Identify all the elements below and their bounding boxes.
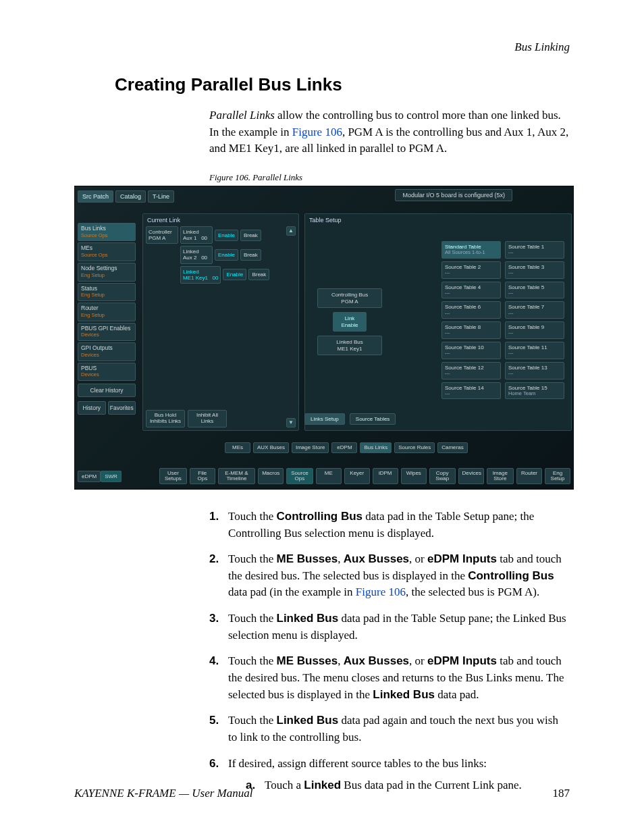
source-table-cell[interactable]: Source Table 3---: [505, 261, 564, 279]
break-button[interactable]: Break: [248, 269, 269, 280]
scroll-up-icon[interactable]: ▲: [286, 226, 296, 236]
source-table-cell[interactable]: Source Table 12---: [441, 362, 501, 380]
bottom-menu-button[interactable]: Router: [516, 468, 542, 485]
step: 2.Touch the ME Busses, Aux Busses, or eD…: [209, 551, 570, 601]
source-table-cell[interactable]: Source Table 7---: [505, 301, 564, 319]
source-table-cell[interactable]: Source Table 5---: [505, 282, 564, 299]
topbar-tab[interactable]: Catalog: [115, 190, 146, 203]
source-table-cell[interactable]: Standard TableAll Sources 1-to-1: [441, 241, 501, 259]
section-title: Creating Parallel Bus Links: [115, 74, 570, 95]
controller-datapad[interactable]: ControllerPGM A: [146, 226, 178, 244]
enable-button[interactable]: Enable: [223, 269, 246, 280]
inhibit-all-links-button[interactable]: Inhibit All Links: [188, 410, 227, 427]
bottom-menu-button[interactable]: iDPM: [373, 468, 398, 485]
source-table-cell[interactable]: Source Table 6---: [441, 301, 501, 319]
source-table-cell[interactable]: Source Table 8---: [441, 321, 501, 339]
sidebar-item[interactable]: Node SettingsEng Setup: [78, 263, 136, 282]
table-setup-tab[interactable]: Links Setup: [304, 413, 345, 425]
linked-datapad[interactable]: LinkedAux 1 00: [180, 226, 213, 244]
menu-tab[interactable]: MEs: [225, 442, 250, 453]
break-button[interactable]: Break: [240, 249, 261, 261]
running-header: Bus Linking: [74, 41, 570, 54]
bottom-bar: eDPMSWR User SetupsFile OpsE-MEM & Timel…: [78, 467, 570, 485]
source-table-cell[interactable]: Source Table 10---: [441, 342, 501, 359]
page: Bus Linking Creating Parallel Bus Links …: [0, 0, 644, 834]
controlling-bus-value: PGM A: [341, 298, 358, 305]
source-table-cell[interactable]: Source Table 15Home Team: [505, 382, 564, 400]
break-button[interactable]: Break: [240, 230, 261, 241]
bottom-menu-button[interactable]: Wipes: [401, 468, 427, 485]
step-body: Touch the ME Busses, Aux Busses, or eDPM…: [228, 551, 570, 601]
bottom-menu-button[interactable]: Copy Swap: [429, 468, 456, 485]
enable-button[interactable]: Enable: [215, 249, 238, 261]
intro-lead-italic: Parallel Links: [209, 109, 275, 122]
bottom-menu-button[interactable]: Source Ops: [286, 468, 313, 485]
menu-tab[interactable]: Bus Links: [360, 442, 392, 453]
bottom-menu-button[interactable]: E-MEM & Timeline: [218, 468, 255, 485]
bottom-menu-button[interactable]: User Setups: [159, 468, 187, 485]
figure-ref-link[interactable]: Figure 106: [356, 585, 406, 598]
sidebar-item[interactable]: GPI OutputsDevices: [78, 342, 136, 361]
linked-bus-value: ME1 Key1: [338, 346, 363, 352]
topbar-tab[interactable]: Src Patch: [78, 190, 113, 203]
bold-term: ME Busses: [277, 654, 338, 667]
source-table-cell[interactable]: Source Table 11---: [505, 342, 564, 359]
scroll-down-icon[interactable]: ▼: [286, 418, 296, 427]
bold-term: Linked Bus: [277, 612, 339, 625]
sidebar-item[interactable]: RouterEng Setup: [78, 303, 136, 321]
sidebar-item[interactable]: PBUSDevices: [78, 363, 136, 382]
controlling-bus-title: Controlling Bus: [331, 292, 368, 298]
bottom-menu-button[interactable]: Eng Setup: [545, 468, 570, 485]
bottom-menu-button[interactable]: ME: [316, 468, 342, 485]
controlling-bus-datapad[interactable]: Controlling Bus PGM A: [317, 288, 382, 308]
bold-term: eDPM Inputs: [427, 552, 497, 565]
sidebar-item[interactable]: MEsSource Ops: [78, 242, 136, 261]
sidebar-item[interactable]: Bus LinksSource Ops: [78, 223, 136, 242]
source-table-cell[interactable]: Source Table 9---: [505, 321, 564, 339]
history-button[interactable]: History: [78, 401, 106, 415]
source-table-cell[interactable]: Source Table 4---: [441, 282, 501, 299]
menu-tab[interactable]: Image Store: [292, 442, 329, 453]
step-number: 2.: [209, 551, 221, 601]
enable-button[interactable]: Enable: [215, 230, 238, 241]
bold-term: eDPM Inputs: [427, 654, 497, 667]
bottom-menu-button[interactable]: Devices: [458, 468, 484, 485]
bottom-menu-button[interactable]: File Ops: [190, 468, 215, 485]
bottom-menu-button[interactable]: Keyer: [344, 468, 370, 485]
source-table-cell[interactable]: Source Table 1---: [505, 241, 564, 259]
menu-tab[interactable]: Cameras: [437, 442, 467, 453]
linked-datapad[interactable]: LinkedAux 2 00: [180, 246, 213, 263]
figure-ref-link[interactable]: Figure 106: [292, 126, 342, 138]
step-number: 4.: [209, 653, 221, 703]
step-body: Touch the Controlling Bus data pad in th…: [228, 509, 570, 542]
bottom-menu-button[interactable]: Image Store: [487, 468, 514, 485]
source-table-cell[interactable]: Source Table 14---: [441, 382, 501, 400]
table-setup-label: Table Setup: [308, 217, 568, 226]
menu-row-tabs: MEsAUX BusesImage StoreeDPMBus LinksSour…: [78, 439, 570, 457]
sidebar-item[interactable]: StatusEng Setup: [78, 283, 136, 302]
footer-left: KAYENNE K-FRAME — User Manual: [74, 787, 252, 800]
linked-datapad[interactable]: LinkedME1 Key1 00: [180, 266, 221, 284]
clear-history-button[interactable]: Clear History: [78, 384, 136, 397]
table-setup-tab[interactable]: Source Tables: [350, 413, 396, 425]
source-table-grid: Standard TableAll Sources 1-to-1Source T…: [441, 241, 564, 400]
sidebar-item[interactable]: PBUS GPI EnablesDevices: [78, 323, 136, 342]
ui-screenshot: Src PatchCatalogT-Line Modular I/O 5 boa…: [74, 186, 574, 490]
topbar-tab[interactable]: T-Line: [148, 190, 174, 203]
menu-tab[interactable]: eDPM: [331, 442, 357, 453]
bus-hold-inhibits-button[interactable]: Bus Hold Inhibits Links: [146, 410, 185, 427]
step-number: 5.: [209, 712, 221, 746]
mode-button[interactable]: eDPM: [78, 471, 101, 482]
link-enable-button[interactable]: Link Enable: [333, 312, 367, 332]
source-table-cell[interactable]: Source Table 13---: [505, 362, 564, 380]
page-number: 187: [553, 787, 570, 800]
source-table-cell[interactable]: Source Table 2---: [441, 261, 501, 279]
bold-term: Aux Busses: [344, 654, 409, 667]
bold-term: Linked Bus: [373, 688, 435, 701]
mode-button[interactable]: SWR: [101, 471, 122, 482]
menu-tab[interactable]: AUX Buses: [253, 442, 289, 453]
menu-tab[interactable]: Source Rules: [394, 442, 435, 453]
linked-bus-datapad[interactable]: Linked Bus ME1 Key1: [317, 336, 382, 355]
favorites-button[interactable]: Favorites: [108, 401, 136, 415]
bottom-menu-button[interactable]: Macros: [258, 468, 284, 485]
